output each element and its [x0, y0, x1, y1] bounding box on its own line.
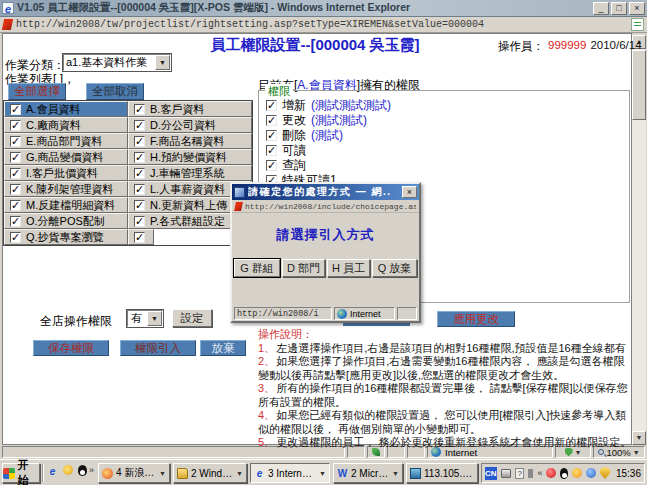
tray-app-icon[interactable] — [572, 468, 582, 478]
quicklaunch-overflow-chevron[interactable]: » — [89, 465, 94, 475]
checkbox-checked-icon[interactable] — [134, 216, 145, 227]
module-cell[interactable]: H.預約變價資料 — [128, 149, 252, 165]
start-label: 开始 — [18, 458, 39, 485]
import-by-group-button[interactable]: G 群組 — [234, 259, 280, 277]
taskbar-button-uc[interactable]: 4 新浪UC ▼ — [98, 463, 170, 483]
module-cell[interactable]: E.商品部門資料 — [4, 133, 128, 149]
quicklaunch-qq-icon[interactable] — [76, 465, 89, 479]
taskbar-button-internet[interactable]: e 3 Internet... ▼ — [250, 463, 330, 483]
instructions-title: 操作說明： — [258, 328, 632, 342]
module-cell[interactable]: O.分離POS配制 — [4, 213, 128, 229]
checkbox-checked-icon[interactable] — [10, 184, 21, 195]
quicklaunch-ie-icon[interactable]: e — [46, 465, 59, 479]
checkbox-checked-icon[interactable] — [266, 100, 277, 111]
checkbox-checked-icon[interactable] — [266, 145, 277, 156]
maximize-icon[interactable]: □ — [611, 2, 627, 15]
taskbar-button-remote[interactable]: 113.105.131... — [406, 463, 478, 483]
checkbox-checked-icon[interactable] — [134, 200, 145, 211]
window-titlebar: e V1.05 員工權限設置--[000004 吳玉霞][X-POS 雲端版] … — [0, 0, 647, 17]
vertical-scrollbar[interactable]: ▲ ▼ — [632, 35, 646, 445]
tray-misc-icon[interactable] — [528, 469, 533, 478]
abandon-button[interactable]: 放棄 — [200, 340, 246, 356]
dialog-titlebar[interactable]: 請確定您的處理方式 — 網.. × — [232, 184, 419, 200]
start-button[interactable]: 开始 — [2, 463, 40, 483]
checkbox-checked-icon[interactable] — [134, 168, 145, 179]
deselect-all-button[interactable]: 全部取消 — [86, 83, 144, 100]
taskbar-button-windows[interactable]: 2 Windows ... ▼ — [173, 463, 247, 483]
instruction-number: 2、 — [258, 355, 275, 367]
checkbox-checked-icon[interactable] — [134, 152, 145, 163]
module-cell[interactable]: I.客戶批價資料 — [4, 165, 128, 181]
chevron-down-icon[interactable]: ▼ — [319, 470, 326, 477]
checkbox-checked-icon[interactable] — [10, 168, 21, 179]
module-label: H.預約變價資料 — [150, 150, 227, 165]
chevron-down-icon[interactable]: ▼ — [147, 311, 162, 326]
quicklaunch-messenger-icon[interactable] — [61, 465, 74, 479]
chevron-down-icon: ▼ — [633, 449, 640, 456]
module-label: G.商品變價資料 — [26, 150, 104, 165]
checkbox-checked-icon[interactable] — [266, 130, 277, 141]
import-by-department-button[interactable]: D 部門 — [282, 259, 325, 277]
close-icon[interactable]: × — [629, 2, 645, 15]
help-icon[interactable]: ? — [515, 468, 524, 479]
module-cell[interactable]: G.商品變價資料 — [4, 149, 128, 165]
save-permissions-button[interactable]: 保存權限 — [33, 340, 109, 356]
module-cell[interactable]: Q.抄貨專案瀏覽 — [4, 229, 128, 245]
tray-app-icon[interactable] — [586, 468, 596, 478]
checkbox-checked-icon[interactable] — [10, 216, 21, 227]
security-shield-icon[interactable] — [600, 467, 610, 479]
module-table: A.會員資料 B.客戶資料 C.廠商資料 D.分公司資料 E.商品部門資料 F.… — [3, 100, 253, 246]
checkbox-checked-icon[interactable] — [266, 115, 277, 126]
chevron-down-icon[interactable]: ▼ — [155, 55, 170, 70]
store-permission-select[interactable]: 有 ▼ — [127, 310, 163, 327]
chevron-down-icon[interactable]: ▼ — [159, 470, 166, 477]
module-cell[interactable]: B.客戶資料 — [128, 101, 252, 117]
checkbox-checked-icon[interactable] — [10, 120, 21, 131]
select-all-button[interactable]: 全部選擇 — [8, 83, 66, 100]
dialog-address-url: http://win2008/include/choicepage.asp?me… — [245, 202, 416, 211]
printer-icon[interactable] — [501, 469, 511, 478]
import-permissions-button[interactable]: 權限引入 — [120, 340, 196, 356]
checkbox-checked-icon[interactable] — [134, 120, 145, 131]
checkbox-checked-icon[interactable] — [134, 136, 145, 147]
module-cell[interactable] — [128, 229, 154, 245]
module-cell[interactable]: K.陳列架管理資料 — [4, 181, 128, 197]
set-button[interactable]: 設定 — [172, 309, 212, 327]
import-by-employee-button[interactable]: H 員工 — [327, 259, 370, 277]
tray-collapse-chevron[interactable]: « — [537, 468, 542, 478]
qq-tray-icon[interactable] — [546, 468, 556, 478]
checkbox-checked-icon[interactable] — [10, 152, 21, 163]
module-label: E.商品部門資料 — [26, 134, 102, 149]
module-cell[interactable]: J.車輛管理系統 — [128, 165, 252, 181]
checkbox-checked-icon[interactable] — [10, 136, 21, 147]
dialog-close-icon[interactable]: × — [402, 186, 417, 198]
checkbox-checked-icon[interactable] — [134, 104, 145, 115]
dialog-abandon-button[interactable]: Q 放棄 — [372, 259, 417, 277]
module-cell[interactable]: F.商品名稱資料 — [128, 133, 252, 149]
instructions-list: 1、左邊選擇操作項目,右邊是該項目的相對16種權限,預設值是16種全線都有2、如… — [258, 342, 632, 450]
checkbox-checked-icon[interactable] — [134, 232, 145, 243]
scroll-down-icon[interactable]: ▼ — [632, 431, 646, 445]
module-label: B.客戶資料 — [150, 102, 204, 117]
checkbox-checked-icon[interactable] — [266, 160, 277, 171]
module-label: O.分離POS配制 — [26, 214, 105, 229]
apply-changes-button[interactable]: 應用更改 — [437, 311, 515, 327]
instruction-line: 4、如果您已經有類似的權限設置過， 您可以使用[權限引入]快速參考導入類似的權限… — [258, 409, 632, 436]
taskbar-button-word[interactable]: W 2 Microsof... ▼ — [333, 463, 403, 483]
qq-penguin-icon[interactable] — [560, 468, 567, 479]
module-cell[interactable]: D.分公司資料 — [128, 117, 252, 133]
checkbox-checked-icon[interactable] — [10, 200, 21, 211]
checkbox-checked-icon[interactable] — [10, 232, 21, 243]
checkbox-checked-icon[interactable] — [10, 104, 21, 115]
minimize-icon[interactable]: _ — [593, 2, 609, 15]
module-cell[interactable]: C.廠商資料 — [4, 117, 128, 133]
module-cell[interactable]: A.會員資料 — [4, 101, 128, 117]
chevron-down-icon[interactable]: ▼ — [236, 470, 243, 477]
checkbox-checked-icon[interactable] — [134, 184, 145, 195]
language-indicator[interactable]: CN — [485, 467, 497, 480]
module-cell[interactable]: M.反建檔明細資料 — [4, 197, 128, 213]
address-url[interactable]: http://win2008/tw/projectlist/rightsetti… — [16, 19, 631, 30]
scrollbar-thumb[interactable] — [632, 50, 646, 120]
chevron-down-icon[interactable]: ▼ — [392, 470, 399, 477]
category-select[interactable]: a1.基本資料作業 ▼ — [63, 54, 171, 71]
